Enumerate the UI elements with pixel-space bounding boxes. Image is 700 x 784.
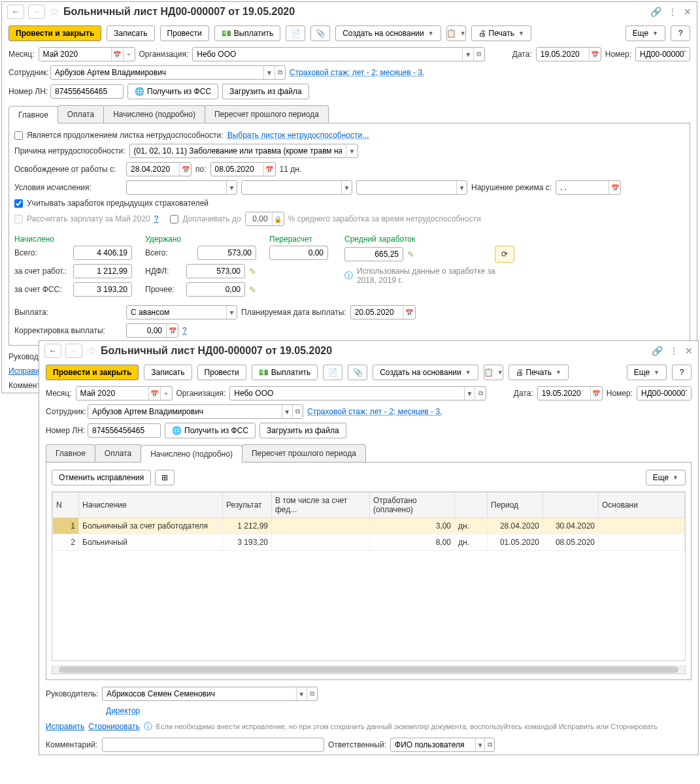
get-fss-button[interactable]: 🌐Получить из ФСС xyxy=(127,84,218,99)
month-label: Месяц: xyxy=(8,50,35,59)
number-input[interactable] xyxy=(637,386,692,395)
close-icon[interactable]: ✕ xyxy=(685,346,693,356)
help-button[interactable]: ? xyxy=(672,365,692,380)
copy-button[interactable]: 📋▼ xyxy=(484,365,503,380)
date-input[interactable]: 📅 xyxy=(537,386,603,395)
calc-cond-label: Условия исчисления: xyxy=(14,183,122,192)
by-employer-input[interactable] xyxy=(73,264,132,278)
more-icon[interactable]: ⋮ xyxy=(668,7,677,17)
cond2-input[interactable]: ▼ xyxy=(241,180,352,195)
by-fss-input[interactable] xyxy=(73,282,132,297)
correction-help[interactable]: ? xyxy=(182,326,187,335)
close-icon[interactable]: ✕ xyxy=(684,7,692,17)
select-sheet-link[interactable]: Выбрать листок нетрудоспособности... xyxy=(227,131,369,140)
info-icon: ⓘ xyxy=(344,270,353,282)
pay-button[interactable]: 💵Выплатить xyxy=(214,25,281,41)
planned-date-input[interactable]: 📅 xyxy=(350,305,416,319)
link-icon[interactable]: 🔗 xyxy=(652,346,663,356)
calc-salary-help[interactable]: ? xyxy=(154,214,159,223)
abs-to-input[interactable]: 📅 xyxy=(210,162,276,176)
reason-label: Причина нетрудоспособности: xyxy=(14,146,125,155)
total-label: Всего: xyxy=(14,248,69,257)
attach-icon-button[interactable]: 📎 xyxy=(310,25,330,41)
payment-input[interactable]: ▼ xyxy=(126,305,237,319)
month-label: Месяц: xyxy=(46,389,72,395)
correction-input[interactable]: 📅 xyxy=(126,323,178,338)
tab-recalc[interactable]: Пересчет прошлого периода xyxy=(205,105,329,123)
number-label: Номер: xyxy=(605,50,631,59)
save-button[interactable]: Записать xyxy=(107,25,154,41)
tab-accrued[interactable]: Начислено (подробно) xyxy=(103,105,205,123)
withheld-total-input[interactable] xyxy=(197,246,256,260)
favorite-icon[interactable]: ☆ xyxy=(49,5,59,19)
cond1-input[interactable]: ▼ xyxy=(126,180,237,195)
date-label: Дата: xyxy=(514,389,533,395)
consider-prev-label: Учитывать заработок предыдущих страховат… xyxy=(27,199,208,208)
to-label: по: xyxy=(195,165,207,174)
more-button[interactable]: Еще▼ xyxy=(625,25,665,41)
cond3-input[interactable]: ▼ xyxy=(356,180,467,195)
create-based-button[interactable]: Создать на основании▼ xyxy=(335,25,441,41)
month-input[interactable]: 📅÷ xyxy=(76,386,173,395)
print-button[interactable]: 🖨Печать▼ xyxy=(508,365,569,380)
link-icon[interactable]: 🔗 xyxy=(650,7,661,17)
post-button[interactable]: Провести xyxy=(197,365,246,380)
pay-upto-label: Доплачивать до xyxy=(182,214,241,223)
post-close-button[interactable]: Провести и закрыть xyxy=(8,25,101,41)
pay-upto-checkbox[interactable] xyxy=(170,215,178,223)
org-label: Организация: xyxy=(139,50,189,59)
post-close-button[interactable]: Провести и закрыть xyxy=(46,365,139,380)
reason-input[interactable]: ▼ xyxy=(129,144,358,158)
abs-from-input[interactable]: 📅 xyxy=(126,162,192,176)
more-icon[interactable]: ⋮ xyxy=(669,346,678,356)
tab-payment[interactable]: Оплата xyxy=(58,105,104,123)
attach-icon-button[interactable]: 📎 xyxy=(348,365,367,380)
emp-label: Сотрудник: xyxy=(8,68,46,77)
insurance-link[interactable]: Страховой стаж: лет - 2; месяцев - 3. xyxy=(290,68,424,77)
avg-input[interactable] xyxy=(344,247,403,261)
accrued-header: Начислено xyxy=(14,235,132,244)
pencil-icon[interactable]: ✎ xyxy=(407,250,414,259)
back-button[interactable]: ← xyxy=(7,5,24,19)
copy-button[interactable]: 📋▼ xyxy=(446,25,466,41)
info-text: Использованы данные о заработке за 2018,… xyxy=(357,267,514,285)
create-based-button[interactable]: Создать на основании▼ xyxy=(373,365,478,380)
month-input[interactable]: 📅÷ xyxy=(39,47,135,61)
post-button[interactable]: Провести xyxy=(160,25,209,41)
save-button[interactable]: Записать xyxy=(144,365,192,380)
org-input[interactable]: ▼⧉ xyxy=(229,386,486,395)
tab-main[interactable]: Главное xyxy=(8,106,58,123)
violation-input[interactable]: 📅 xyxy=(556,180,621,195)
total-input[interactable] xyxy=(73,246,132,260)
doc-icon-button[interactable]: 📄 xyxy=(323,365,342,380)
avg-header: Средний заработок xyxy=(344,235,514,244)
more-button[interactable]: Еще▼ xyxy=(627,365,667,380)
emp-input[interactable]: ▼⧉ xyxy=(50,65,286,80)
refresh-button[interactable]: ⟳ xyxy=(495,246,514,263)
pencil-icon[interactable]: ✎ xyxy=(249,267,256,276)
doc-icon-button[interactable]: 📄 xyxy=(286,25,305,41)
other-input[interactable] xyxy=(186,282,245,297)
back-button[interactable]: ← xyxy=(44,344,61,358)
number-input[interactable] xyxy=(635,47,690,61)
print-button[interactable]: 🖨Печать▼ xyxy=(471,25,531,41)
recalc-header: Перерасчет xyxy=(269,235,331,244)
by-employer-label: за счет работ.: xyxy=(14,267,69,276)
number-label: Номер: xyxy=(607,389,633,395)
ln-input[interactable] xyxy=(50,84,124,99)
recalc-input[interactable] xyxy=(269,246,328,260)
favorite-icon[interactable]: ☆ xyxy=(86,344,97,358)
load-file-button[interactable]: Загрузить из файла xyxy=(222,84,309,99)
correction-label: Корректировка выплаты: xyxy=(14,326,122,335)
continuation-checkbox[interactable] xyxy=(14,131,23,140)
calc-salary-label: Рассчитать зарплату за Май 2020 xyxy=(27,214,150,223)
pencil-icon[interactable]: ✎ xyxy=(249,285,256,295)
ndfl-input[interactable] xyxy=(186,264,245,278)
pay-button[interactable]: 💵Выплатить xyxy=(252,365,318,380)
help-button[interactable]: ? xyxy=(671,25,690,41)
forward-button: → xyxy=(28,5,45,19)
org-input[interactable]: ▼⧉ xyxy=(192,47,485,61)
date-input[interactable]: 📅 xyxy=(536,47,601,61)
date-label: Дата: xyxy=(512,50,532,59)
consider-prev-checkbox[interactable] xyxy=(14,199,23,208)
